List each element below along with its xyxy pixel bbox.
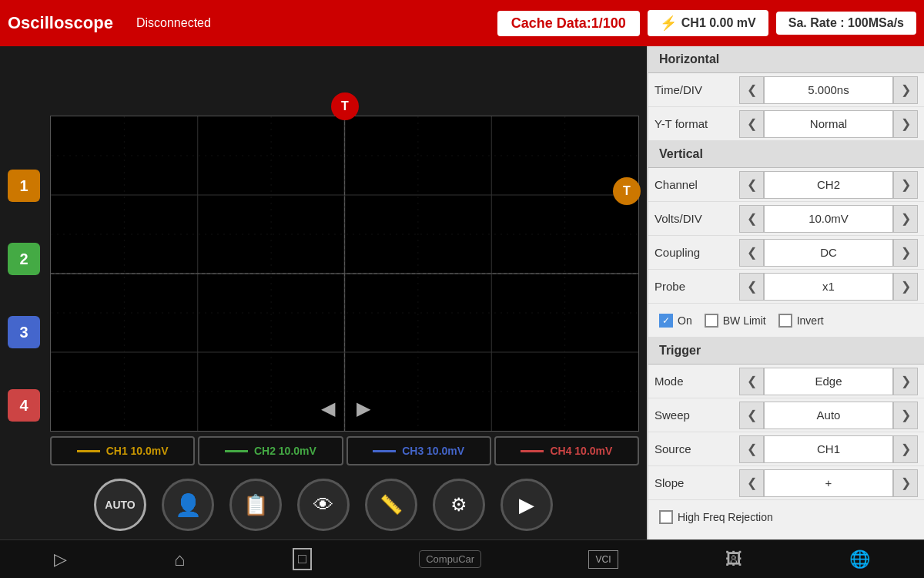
yt-format-label: Y-T format: [654, 117, 739, 130]
probe-right-button[interactable]: ❯: [893, 273, 918, 301]
sweep-left-button[interactable]: ❮: [739, 402, 764, 429]
mode-right-button[interactable]: ❯: [893, 368, 918, 395]
scroll-left-button[interactable]: ◀: [321, 398, 335, 419]
recent-apps-button[interactable]: □: [293, 548, 312, 570]
play-button[interactable]: ▶: [500, 479, 553, 531]
high-freq-rejection-row: High Freq Rejection: [648, 500, 924, 534]
channel-control: ❮ CH2 ❯: [739, 171, 918, 199]
ch3-button[interactable]: CH3 10.0mV: [346, 436, 491, 465]
on-checkbox[interactable]: ✓ On: [659, 314, 692, 328]
hfr-checkbox-box[interactable]: [659, 510, 673, 524]
invert-checkbox[interactable]: Invert: [778, 314, 824, 328]
mode-control: ❮ Edge ❯: [739, 368, 918, 395]
sweep-control: ❮ Auto ❯: [739, 402, 918, 429]
vertical-section-header: Vertical: [648, 141, 924, 168]
channel-4-label[interactable]: 4: [8, 389, 40, 422]
yt-format-left-button[interactable]: ❮: [739, 110, 764, 138]
ch4-line-indicator: [521, 450, 544, 452]
channel-right-button[interactable]: ❯: [893, 171, 918, 199]
bw-limit-checkbox-box[interactable]: [705, 314, 718, 328]
volts-div-row: Volts/DIV ❮ 10.0mV ❯: [648, 202, 924, 236]
time-div-right-button[interactable]: ❯: [893, 76, 918, 104]
volts-div-right-button[interactable]: ❯: [893, 205, 918, 233]
channel-2-label[interactable]: 2: [8, 243, 40, 275]
settings-button[interactable]: ⚙: [433, 479, 485, 531]
vci-button[interactable]: VCI: [588, 550, 618, 569]
document-button[interactable]: 📋: [229, 479, 282, 531]
probe-row: Probe ❮ x1 ❯: [648, 270, 924, 304]
coupling-control: ❮ DC ❯: [739, 239, 918, 267]
slope-left-button[interactable]: ❮: [739, 469, 764, 497]
sweep-right-button[interactable]: ❯: [893, 402, 918, 429]
ch2-line-indicator: [225, 450, 248, 452]
time-div-value: 5.000ns: [764, 76, 893, 104]
home-button[interactable]: ⌂: [174, 549, 186, 570]
ch1-voltage-display: ⚡ CH1 0.00 mV: [648, 10, 768, 36]
ch4-button[interactable]: CH4 10.0mV: [494, 436, 639, 465]
channel-3-label[interactable]: 3: [8, 316, 40, 348]
ch1-icon: ⚡: [660, 15, 677, 32]
slope-value: +: [764, 469, 893, 497]
ch2-button-label: CH2 10.0mV: [254, 445, 316, 457]
sweep-value: Auto: [764, 402, 893, 429]
sweep-label: Sweep: [654, 408, 739, 422]
main-area: 1 2 3 4 T T: [0, 46, 924, 539]
channel-1-label[interactable]: 1: [8, 170, 40, 202]
bw-limit-checkbox[interactable]: BW Limit: [705, 314, 766, 328]
source-right-button[interactable]: ❯: [893, 435, 918, 463]
source-row: Source ❮ CH1 ❯: [648, 432, 924, 466]
volts-div-left-button[interactable]: ❮: [739, 205, 764, 233]
screenshot-button[interactable]: 🖼: [725, 549, 742, 570]
ch2-button[interactable]: CH2 10.0mV: [198, 436, 343, 465]
slope-row: Slope ❮ + ❯: [648, 466, 924, 500]
yt-format-control: ❮ Normal ❯: [739, 110, 918, 138]
time-div-row: Time/DIV ❮ 5.000ns ❯: [648, 73, 924, 107]
probe-left-button[interactable]: ❮: [739, 273, 764, 301]
mode-value: Edge: [764, 368, 893, 395]
volts-div-label: Volts/DIV: [654, 212, 739, 225]
oscilloscope-grid[interactable]: ◀ ▶: [50, 116, 639, 432]
slope-right-button[interactable]: ❯: [893, 469, 918, 497]
source-left-button[interactable]: ❮: [739, 435, 764, 463]
mode-left-button[interactable]: ❮: [739, 368, 764, 395]
brand-logo: CompuCar: [419, 550, 481, 568]
invert-checkbox-box[interactable]: [778, 314, 792, 328]
coupling-value: DC: [764, 239, 893, 267]
hfr-label: High Freq Rejection: [678, 511, 773, 523]
on-checkbox-box[interactable]: ✓: [659, 314, 673, 328]
eye-button[interactable]: 👁: [297, 479, 350, 531]
auto-button[interactable]: AUTO: [94, 479, 146, 531]
channel-row: Channel ❮ CH2 ❯: [648, 168, 924, 202]
coupling-left-button[interactable]: ❮: [739, 239, 764, 267]
scroll-right-button[interactable]: ▶: [357, 398, 370, 419]
browser-button[interactable]: 🌐: [849, 549, 870, 570]
ch1-button[interactable]: CH1 10.0mV: [50, 436, 195, 465]
time-div-left-button[interactable]: ❮: [739, 76, 764, 104]
yt-format-right-button[interactable]: ❯: [893, 110, 918, 138]
back-button[interactable]: ▷: [54, 549, 67, 570]
coupling-label: Coupling: [654, 246, 739, 259]
ch4-button-label: CH4 10.0mV: [550, 445, 612, 457]
channel-buttons-row: CH1 10.0mV CH2 10.0mV CH3 10.0mV CH4 10.…: [0, 432, 647, 470]
ch1-line-indicator: [77, 450, 100, 452]
trigger-section-header: Trigger: [648, 338, 924, 365]
cache-data-indicator: Cache Data:1/100: [497, 11, 640, 36]
android-nav-bar: ▷ ⌂ □ CompuCar VCI 🖼 🌐: [0, 539, 924, 578]
channel-value: CH2: [764, 171, 893, 199]
invert-checkbox-label: Invert: [797, 314, 824, 327]
hfr-checkbox[interactable]: High Freq Rejection: [659, 510, 773, 524]
coupling-right-button[interactable]: ❯: [893, 239, 918, 267]
trigger-marker-top[interactable]: T: [331, 92, 359, 120]
channel-left-button[interactable]: ❮: [739, 171, 764, 199]
sweep-row: Sweep ❮ Auto ❯: [648, 398, 924, 432]
probe-control: ❮ x1 ❯: [739, 273, 918, 301]
sample-rate-display: Sa. Rate : 100MSa/s: [776, 12, 916, 35]
measure-button[interactable]: 📏: [365, 479, 417, 531]
person-button[interactable]: 👤: [162, 479, 214, 531]
scope-area: 1 2 3 4 T T: [0, 46, 647, 432]
source-label: Source: [654, 442, 739, 455]
mode-row: Mode ❮ Edge ❯: [648, 365, 924, 398]
trigger-marker-right[interactable]: T: [613, 177, 641, 205]
top-bar: Oscilloscope Disconnected Cache Data:1/1…: [0, 0, 924, 46]
app-title: Oscilloscope: [8, 13, 113, 33]
